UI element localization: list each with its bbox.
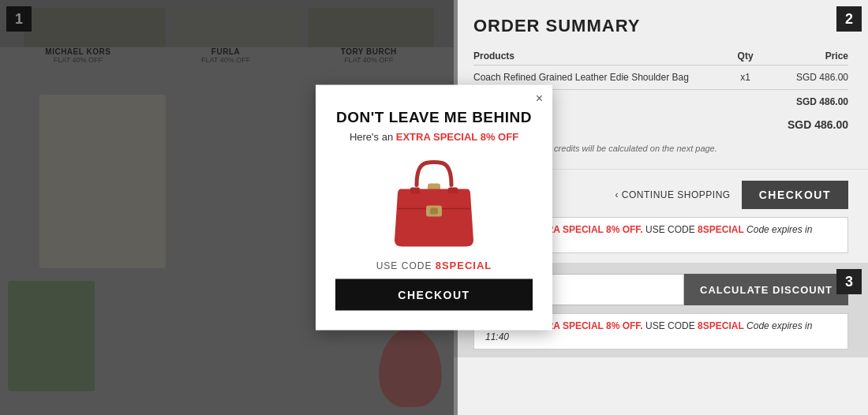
svg-rect-2 xyxy=(448,188,458,194)
modal-close-button[interactable]: × xyxy=(536,92,543,106)
item-price: SGD 486.00 xyxy=(758,65,848,90)
order-summary-title: ORDER SUMMARY xyxy=(473,16,848,36)
modal-title: DON'T LEAVE ME BEHIND xyxy=(335,109,533,126)
continue-shopping-button[interactable]: ‹ CONTINUE SHOPPING xyxy=(604,181,741,208)
item-qty: x1 xyxy=(734,65,758,90)
total-value: SGD 486.00 xyxy=(758,114,848,137)
col-qty: Qty xyxy=(734,47,758,65)
checkout-button[interactable]: CHECKOUT xyxy=(742,181,848,209)
section-badge-2: 2 xyxy=(836,6,862,32)
svg-rect-1 xyxy=(410,188,420,194)
subtotal-value: SGD 486.00 xyxy=(758,90,848,114)
discount-modal: × DON'T LEAVE ME BEHIND Here's an EXTRA … xyxy=(316,85,552,331)
col-products: Products xyxy=(473,47,734,65)
calculate-discount-button[interactable]: CALCULATE DISCOUNT xyxy=(684,274,848,305)
col-price: Price xyxy=(758,47,848,65)
bag-illustration xyxy=(387,154,481,256)
svg-rect-4 xyxy=(430,208,438,215)
modal-checkout-button[interactable]: CHECKOUT xyxy=(335,279,533,311)
section-badge-3: 3 xyxy=(836,269,862,294)
modal-code-label: USE CODE 8SPECIAL xyxy=(335,260,533,271)
modal-subtitle: Here's an EXTRA SPECIAL 8% OFF xyxy=(335,131,533,143)
